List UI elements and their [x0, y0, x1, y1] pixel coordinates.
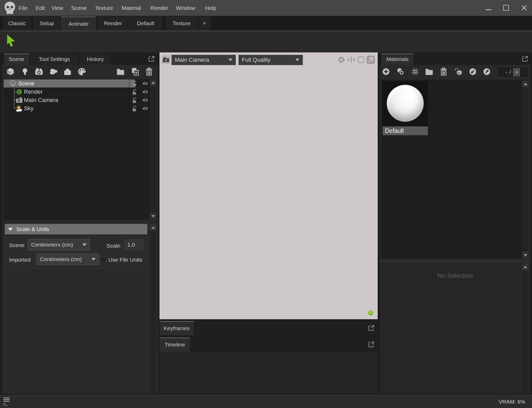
add-sky-button[interactable] [49, 67, 58, 76]
tree-row-render[interactable]: Render [4, 88, 150, 96]
use-file-units-checkbox[interactable] [101, 256, 106, 262]
left-panel-popout-button[interactable] [148, 56, 155, 62]
select-tool-button[interactable] [5, 33, 17, 50]
console-log-button[interactable] [3, 397, 12, 408]
scale-label: Scale: [107, 243, 122, 249]
menu-file[interactable]: File [19, 0, 28, 16]
workspace-tab-default[interactable]: Default [129, 16, 162, 30]
visibility-toggle[interactable] [140, 96, 150, 104]
scrollbar-track[interactable] [150, 86, 156, 213]
menu-scene[interactable]: Scene [71, 0, 87, 16]
save-material-button[interactable] [482, 67, 491, 76]
material-folder-button[interactable] [424, 67, 434, 76]
duplicate-material-button[interactable] [396, 67, 405, 76]
add-camera-button[interactable] [34, 67, 44, 76]
workspace-tab-classic[interactable]: Classic [3, 16, 31, 30]
menu-view[interactable]: View [51, 0, 63, 16]
imported-units-dropdown[interactable]: Centimeters (cm) [37, 254, 99, 265]
timeline-content[interactable] [159, 352, 378, 393]
tree-row-main-camera[interactable]: Main Camera [4, 96, 150, 104]
viewport-maximize-button[interactable] [357, 56, 365, 65]
unlock-icon [131, 97, 138, 104]
close-button[interactable] [518, 3, 530, 12]
menu-texture[interactable]: Texture [95, 0, 113, 16]
scrollbar-track[interactable] [522, 270, 528, 393]
materials-popout-button[interactable] [522, 56, 528, 62]
visibility-toggle[interactable] [140, 88, 150, 96]
gear-icon [337, 56, 345, 64]
scale-units-header[interactable]: Scale & Units [5, 224, 147, 234]
tree-empty-row [4, 121, 150, 129]
maximize-button[interactable] [500, 3, 512, 12]
scroll-up-button[interactable] [522, 81, 529, 87]
lock-toggle[interactable] [129, 104, 140, 112]
maximize-icon [503, 5, 509, 11]
scene-ghost-icon [9, 80, 17, 87]
checker-sphere-icon [411, 67, 419, 76]
tool-bar [0, 32, 532, 52]
scroll-up-button[interactable] [150, 79, 156, 86]
scroll-down-button[interactable] [150, 213, 156, 219]
scrollbar-track[interactable] [150, 230, 156, 393]
lock-toggle[interactable] [129, 96, 140, 104]
viewport-camera-button[interactable] [162, 55, 170, 64]
menu-help[interactable]: Help [205, 0, 216, 16]
add-light-button[interactable] [20, 67, 30, 76]
scrollbar-track[interactable] [522, 87, 529, 252]
clouds-icon [49, 67, 58, 76]
counter-minus[interactable]: - [506, 69, 507, 76]
workspace-tab-setup[interactable]: Setup [33, 16, 60, 30]
menu-material[interactable]: Material [122, 0, 141, 16]
scene-units-dropdown[interactable]: Centimeters (cm) [28, 239, 90, 250]
duplicate-button[interactable] [130, 67, 140, 76]
workspace-tab-add[interactable]: + [199, 16, 210, 30]
viewport-canvas[interactable]: Main Camera Full Quality [159, 52, 378, 319]
material-name: Default [383, 126, 428, 135]
menu-render[interactable]: Render [150, 0, 168, 16]
tree-row-scene[interactable]: Scene [4, 79, 150, 88]
delete-material-button[interactable] [439, 67, 448, 76]
tab-scene[interactable]: Scene [4, 53, 29, 65]
minimize-button[interactable] [483, 3, 494, 12]
menu-edit[interactable]: Edit [36, 0, 45, 16]
viewport-split-button[interactable] [347, 56, 355, 65]
lock-toggle[interactable] [129, 88, 140, 96]
quality-select-dropdown[interactable]: Full Quality [238, 55, 303, 65]
load-material-button[interactable] [468, 67, 477, 76]
keyframes-popout-button[interactable] [368, 325, 375, 331]
open-folder-button[interactable] [116, 67, 125, 76]
add-object-button[interactable] [6, 67, 15, 76]
tab-timeline[interactable]: Timeline [159, 337, 190, 352]
lock-toggle[interactable] [129, 79, 140, 87]
scroll-up-button[interactable] [522, 264, 528, 270]
tab-tool-settings[interactable]: Tool Settings [31, 53, 78, 65]
material-item-default[interactable]: Default [383, 81, 428, 136]
add-material-button[interactable] [77, 67, 87, 76]
counter-plus[interactable]: + [513, 68, 520, 76]
viewport-screenshot-button[interactable] [366, 55, 375, 65]
timeline-popout-button[interactable] [368, 341, 375, 348]
sky-sun-cloud-icon [16, 105, 23, 112]
visibility-toggle[interactable] [140, 104, 150, 112]
refresh-thumbnails-button[interactable] [410, 67, 420, 76]
tab-history[interactable]: History [79, 53, 111, 65]
scale-input[interactable] [124, 240, 144, 250]
tab-keyframes[interactable]: Keyframes [159, 321, 194, 335]
new-material-button[interactable] [381, 67, 391, 76]
workspace-tab-animate[interactable]: Animate [61, 16, 96, 31]
add-backdrop-button[interactable] [63, 67, 72, 76]
viewport-settings-button[interactable] [337, 56, 345, 65]
menu-window[interactable]: Window [176, 0, 195, 16]
apply-material-button[interactable] [454, 67, 463, 76]
camera-select-dropdown[interactable]: Main Camera [171, 55, 236, 65]
visibility-toggle[interactable] [140, 79, 150, 87]
scroll-up-button[interactable] [150, 224, 156, 230]
app-logo-icon [4, 1, 16, 16]
tree-row-sky[interactable]: Sky [4, 104, 150, 113]
house-icon [63, 67, 72, 76]
tab-materials[interactable]: Materials [381, 53, 414, 65]
workspace-tab-texture[interactable]: Texture [165, 16, 198, 30]
scroll-down-button[interactable] [522, 252, 529, 258]
workspace-tab-render[interactable]: Render [97, 16, 129, 30]
delete-button[interactable] [144, 67, 154, 76]
